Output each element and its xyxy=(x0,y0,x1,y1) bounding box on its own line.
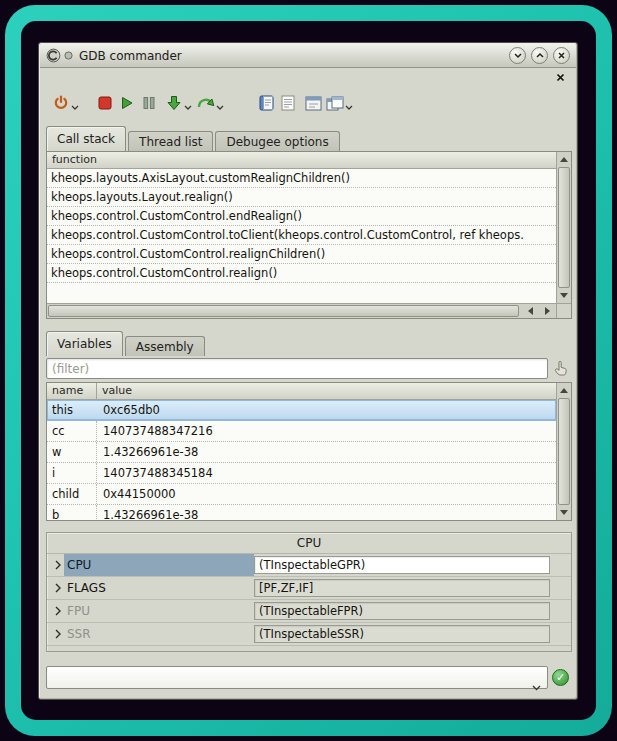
step-over-button[interactable] xyxy=(195,91,217,115)
arrow-down-icon xyxy=(560,510,568,515)
callstack-row[interactable]: kheops.layouts.Layout.realign() xyxy=(47,188,556,207)
step-button[interactable] xyxy=(163,91,185,115)
document-icon xyxy=(259,95,274,111)
register-group-value[interactable]: (TInspectableFPR) xyxy=(254,602,550,620)
cpu-register-row[interactable]: CPU (TInspectableGPR) xyxy=(47,554,571,577)
scrollbar-thumb[interactable] xyxy=(558,167,570,288)
scrollbar-thumb[interactable] xyxy=(48,305,519,317)
play-icon xyxy=(120,96,134,110)
variable-name: cc xyxy=(47,421,97,441)
register-group-value[interactable]: [PF,ZF,IF] xyxy=(254,579,550,597)
show-log-button[interactable] xyxy=(277,91,299,115)
expand-chevron-icon[interactable] xyxy=(51,560,64,570)
power-menu-chevron[interactable] xyxy=(71,105,79,110)
cpu-register-row[interactable]: FPU (TInspectableFPR) xyxy=(47,600,571,623)
callstack-column-header[interactable]: function xyxy=(47,152,556,169)
scroll-down-button[interactable] xyxy=(557,288,571,303)
window-menu-icon[interactable] xyxy=(64,51,73,60)
debug-toolbar xyxy=(50,90,356,116)
evaluator-window-icon xyxy=(326,96,344,111)
step-down-icon xyxy=(166,95,182,111)
command-combobox[interactable] xyxy=(46,666,548,689)
scroll-up-button[interactable] xyxy=(557,383,571,398)
show-evaluator-button[interactable] xyxy=(324,91,346,115)
tab-variables[interactable]: Variables xyxy=(46,331,123,356)
open-document-button[interactable] xyxy=(255,91,277,115)
maximize-button[interactable] xyxy=(531,47,548,64)
chevron-down-icon xyxy=(345,105,353,110)
scroll-right-button[interactable] xyxy=(539,304,556,318)
scroll-down-button[interactable] xyxy=(557,505,571,520)
callstack-row[interactable]: kheops.control.CustomControl.endRealign(… xyxy=(47,207,556,226)
register-group-name[interactable]: SSR xyxy=(64,623,254,645)
register-group-name[interactable]: FLAGS xyxy=(64,577,254,599)
variable-row[interactable]: child 0x44150000 xyxy=(47,484,556,505)
show-watch-button[interactable] xyxy=(302,91,324,115)
expand-chevron-icon[interactable] xyxy=(51,583,64,593)
variable-value: 0xc65db0 xyxy=(97,403,160,417)
chevron-up-icon xyxy=(535,52,545,59)
tab-call-stack[interactable]: Call stack xyxy=(46,126,126,151)
shade-button[interactable] xyxy=(509,47,526,64)
power-button[interactable] xyxy=(50,91,72,115)
chevron-down-icon xyxy=(216,105,224,110)
pause-icon xyxy=(142,96,156,110)
variables-column-header[interactable]: name value xyxy=(47,383,556,400)
step-over-menu-chevron[interactable] xyxy=(216,105,224,110)
close-button[interactable] xyxy=(553,47,570,64)
register-group-value[interactable]: (TInspectableGPR) xyxy=(254,556,550,574)
scrollbar-thumb[interactable] xyxy=(558,398,570,505)
chevron-down-icon xyxy=(71,105,79,110)
callstack-horizontal-scrollbar[interactable] xyxy=(47,303,556,318)
continue-button[interactable] xyxy=(116,91,138,115)
cpu-register-row[interactable]: FLAGS [PF,ZF,IF] xyxy=(47,577,571,600)
variable-row[interactable]: i 140737488345184 xyxy=(47,463,556,484)
hand-pointer-icon[interactable] xyxy=(554,361,568,376)
variable-value: 1.43266961e-38 xyxy=(97,445,198,459)
combobox-chevron[interactable] xyxy=(532,676,541,695)
send-command-button[interactable]: ✓ xyxy=(552,669,569,686)
callstack-row[interactable]: kheops.control.CustomControl.realign() xyxy=(47,264,556,283)
expand-chevron-icon[interactable] xyxy=(51,606,64,616)
tab-debugee-options[interactable]: Debugee options xyxy=(215,131,339,151)
client-area: Call stack Thread list Debugee options f… xyxy=(40,68,576,698)
titlebar[interactable]: GDB commander xyxy=(40,44,576,68)
pause-button[interactable] xyxy=(138,91,160,115)
tab-assembly[interactable]: Assembly xyxy=(125,336,205,356)
filter-row xyxy=(46,358,570,379)
register-group-name[interactable]: FPU xyxy=(64,600,254,622)
evaluator-menu-chevron[interactable] xyxy=(345,105,353,110)
register-group-value[interactable]: (TInspectableSSR) xyxy=(254,625,550,643)
arrow-up-icon xyxy=(560,157,568,162)
arrow-left-icon xyxy=(528,307,533,315)
variables-vertical-scrollbar[interactable] xyxy=(556,383,571,520)
register-group-name[interactable]: CPU xyxy=(64,554,254,576)
stop-button[interactable] xyxy=(94,91,116,115)
callstack-row[interactable]: kheops.control.CustomControl.toClient(kh… xyxy=(47,226,556,245)
expand-chevron-icon[interactable] xyxy=(51,629,64,639)
watch-window-icon xyxy=(305,96,322,111)
variables-list: this 0xc65db0 cc 140737488347216 w 1.432… xyxy=(47,400,556,520)
command-row: ✓ xyxy=(46,666,570,689)
variable-row[interactable]: w 1.43266961e-38 xyxy=(47,442,556,463)
arrow-up-icon xyxy=(560,388,568,393)
filter-input[interactable] xyxy=(46,358,548,379)
cpu-panel-title: CPU xyxy=(47,533,571,553)
tab-thread-list[interactable]: Thread list xyxy=(128,131,213,151)
scroll-left-button[interactable] xyxy=(522,304,539,318)
variable-value: 140737488345184 xyxy=(97,466,213,480)
cpu-register-row[interactable]: SSR (TInspectableSSR) xyxy=(47,623,571,646)
variable-row[interactable]: this 0xc65db0 xyxy=(47,400,556,421)
variable-row[interactable]: b 1.43266961e-38 xyxy=(47,505,556,520)
callstack-row[interactable]: kheops.control.CustomControl.realignChil… xyxy=(47,245,556,264)
cpu-register-list: CPU (TInspectableGPR) FLAGS [PF,ZF,IF] F… xyxy=(47,553,571,646)
variable-row[interactable]: cc 140737488347216 xyxy=(47,421,556,442)
callstack-vertical-scrollbar[interactable] xyxy=(556,152,571,303)
dock-close-button[interactable] xyxy=(554,71,566,83)
step-menu-chevron[interactable] xyxy=(184,105,192,110)
variable-name: child xyxy=(47,484,97,504)
gdb-commander-window: GDB commander xyxy=(38,42,578,700)
scroll-up-button[interactable] xyxy=(557,152,571,167)
callstack-row[interactable]: kheops.layouts.AxisLayout.customRealignC… xyxy=(47,169,556,188)
command-input[interactable] xyxy=(48,668,527,687)
